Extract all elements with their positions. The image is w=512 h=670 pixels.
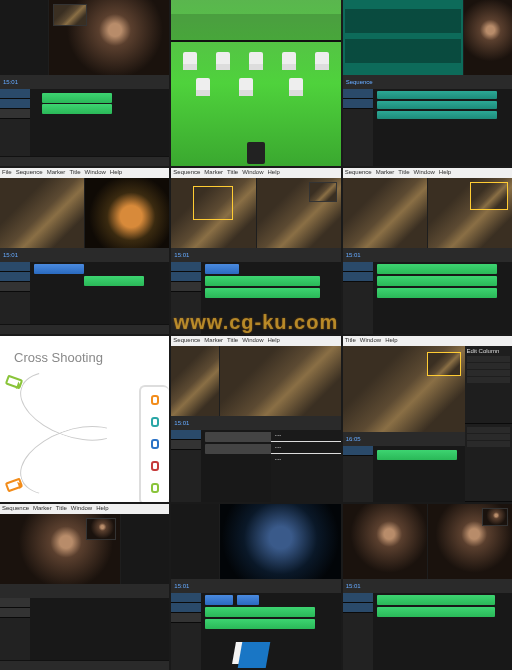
menu-help[interactable]: Help — [268, 169, 280, 177]
track-v2[interactable] — [171, 272, 201, 282]
cell-r1c3[interactable]: Sequence — [343, 0, 512, 166]
track-v1[interactable] — [0, 89, 30, 99]
track-v1[interactable] — [343, 262, 373, 272]
menu-help[interactable]: Help — [385, 337, 397, 345]
menu-window[interactable]: Window — [360, 337, 381, 345]
list-item[interactable] — [467, 370, 510, 376]
cell-r1c1[interactable]: 15:01 — [0, 0, 169, 166]
audio-clip[interactable] — [377, 276, 497, 286]
menu-help[interactable]: Help — [110, 169, 122, 177]
timeline-panel[interactable]: Sequence — [343, 75, 512, 166]
video-clip[interactable] — [205, 607, 315, 617]
timeline-panel[interactable]: 15:01 — [0, 75, 169, 166]
list-item[interactable] — [467, 356, 510, 362]
menu-help[interactable]: Help — [268, 337, 280, 345]
menu-sequence[interactable]: Sequence — [345, 169, 372, 177]
timeline-toolbar[interactable] — [0, 660, 169, 670]
track-v1[interactable] — [0, 598, 30, 608]
menubar[interactable]: Title Window Help — [343, 336, 512, 346]
menu-sequence[interactable]: Sequence — [173, 169, 200, 177]
menu-title[interactable]: Title — [398, 169, 409, 177]
cell-r3c3[interactable]: Title Window Help 16:05 — [343, 336, 512, 502]
video-clip[interactable] — [84, 276, 144, 286]
cell-r3c1[interactable]: Cross Shooting — [0, 336, 169, 502]
list-item[interactable] — [467, 434, 510, 440]
video-clip[interactable] — [34, 264, 84, 274]
menu-markers[interactable]: Marker — [204, 337, 223, 345]
video-clip[interactable] — [377, 264, 497, 274]
audio-clip[interactable] — [377, 288, 497, 298]
video-clip[interactable] — [42, 93, 112, 103]
menu-sequence[interactable]: Sequence — [2, 505, 29, 513]
track-v2[interactable] — [171, 603, 201, 613]
audio-clip[interactable] — [205, 444, 270, 454]
menu-title[interactable]: Title — [227, 337, 238, 345]
menubar[interactable]: Sequence Marker Title Window Help — [171, 336, 340, 346]
audio-clip[interactable] — [377, 607, 495, 617]
timeline-panel[interactable]: 15:01 — [0, 248, 169, 334]
video-clip[interactable] — [205, 595, 233, 605]
audio-clip[interactable] — [377, 91, 497, 99]
menu-title[interactable]: Title — [56, 505, 67, 513]
track-v1[interactable] — [343, 593, 373, 603]
timeline-panel[interactable]: 15:01 — [343, 248, 512, 334]
track-v1[interactable] — [343, 89, 373, 99]
track-a1[interactable] — [343, 272, 373, 282]
cell-r3c2[interactable]: Sequence Marker Title Window Help 15:01 — [171, 336, 340, 502]
menu-file[interactable]: File — [2, 169, 12, 177]
list-item[interactable] — [467, 427, 510, 433]
track-v2[interactable] — [0, 272, 30, 282]
list-item[interactable] — [467, 363, 510, 369]
timeline-panel[interactable] — [0, 584, 169, 670]
menu-sequence[interactable]: Sequence — [173, 337, 200, 345]
audio-clip[interactable] — [205, 288, 320, 298]
audio-clip[interactable] — [42, 104, 112, 114]
video-clip[interactable] — [377, 595, 495, 605]
menu-title[interactable]: Title — [227, 169, 238, 177]
list-item[interactable] — [467, 377, 510, 383]
timeline-panel[interactable]: 15:01 ··· ··· ··· — [171, 416, 340, 502]
track-a1[interactable] — [171, 282, 201, 292]
track-a1[interactable] — [0, 608, 30, 618]
track-a1[interactable] — [343, 603, 373, 613]
timeline-panel[interactable]: 15:01 — [343, 579, 512, 670]
cell-r2c2[interactable]: Sequence Marker Title Window Help 15:01 — [171, 168, 340, 334]
cell-r4c3[interactable]: 15:01 — [343, 504, 512, 670]
track-a1[interactable] — [171, 613, 201, 623]
menu-markers[interactable]: Marker — [376, 169, 395, 177]
video-clip[interactable] — [205, 432, 270, 442]
audio-clip[interactable] — [377, 101, 497, 109]
menu-title[interactable]: Title — [69, 169, 80, 177]
audio-clip[interactable] — [377, 111, 497, 119]
timeline-toolbar[interactable] — [0, 156, 169, 166]
effects-panel[interactable]: Edit Column — [465, 346, 512, 502]
menu-markers[interactable]: Marker — [33, 505, 52, 513]
track-v1[interactable] — [171, 262, 201, 272]
menu-item[interactable]: ··· — [271, 430, 341, 442]
menu-help[interactable]: Help — [439, 169, 451, 177]
menu-window[interactable]: Window — [242, 337, 263, 345]
track-v1[interactable] — [0, 262, 30, 272]
track-a1[interactable] — [343, 99, 373, 109]
menu-markers[interactable]: Marker — [47, 169, 66, 177]
video-clip[interactable] — [237, 595, 259, 605]
track-a1[interactable] — [0, 99, 30, 109]
video-clip[interactable] — [377, 450, 457, 460]
context-menu[interactable]: ··· ··· ··· — [271, 430, 341, 502]
cell-r2c3[interactable]: Sequence Marker Title Window Help 15:01 — [343, 168, 512, 334]
audio-clip[interactable] — [205, 619, 315, 629]
timeline-panel[interactable]: 15:01 — [171, 579, 340, 670]
cell-r4c2[interactable]: 15:01 — [171, 504, 340, 670]
video-clip[interactable] — [205, 276, 320, 286]
menu-item[interactable]: ··· — [271, 454, 341, 465]
track-v1[interactable] — [343, 446, 373, 456]
track-v1[interactable] — [171, 430, 201, 440]
timeline-toolbar[interactable] — [0, 324, 169, 334]
menubar[interactable]: Sequence Marker Title Window Help — [343, 168, 512, 178]
menu-help[interactable]: Help — [96, 505, 108, 513]
menubar[interactable]: File Sequence Marker Title Window Help — [0, 168, 169, 178]
menu-window[interactable]: Window — [413, 169, 434, 177]
cell-r4c1[interactable]: Sequence Marker Title Window Help — [0, 504, 169, 670]
menubar[interactable]: Sequence Marker Title Window Help — [171, 168, 340, 178]
menu-item[interactable]: ··· — [271, 442, 341, 454]
